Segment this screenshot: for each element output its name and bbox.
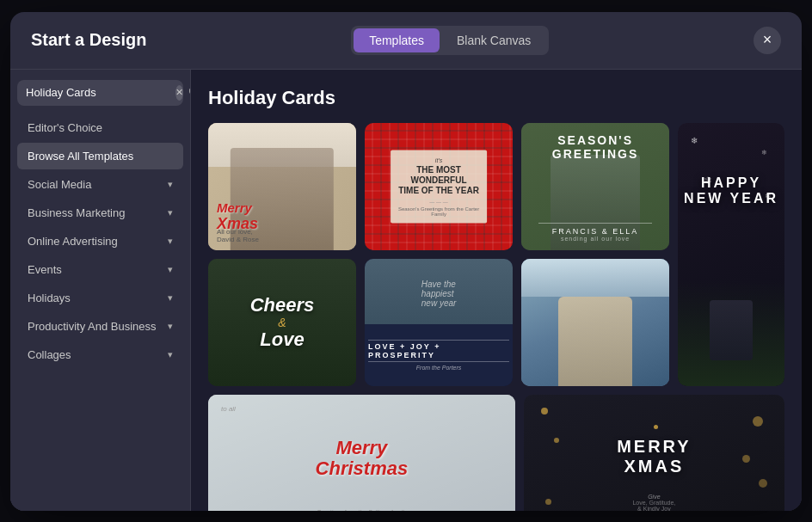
sidebar-item-productivity[interactable]: Productivity And Business ▾ [17, 313, 183, 340]
sidebar-item-label: Business Marketing [28, 206, 125, 219]
sidebar-item-holidays[interactable]: Holidays ▾ [17, 285, 183, 311]
sidebar: ✕ 🔍 Editor's Choice Browse All Templates… [10, 70, 191, 511]
sidebar-item-label: Productivity And Business [28, 320, 157, 333]
sidebar-item-label: Online Advertising [28, 235, 118, 248]
template-card[interactable]: Merry Christmas Greetings from the Sulli… [208, 395, 515, 511]
template-card[interactable]: it's THE MOST WONDERFULTIME OF THE YEAR … [365, 123, 513, 250]
chevron-down-icon: ▾ [168, 349, 173, 360]
chevron-down-icon: ▾ [168, 292, 173, 304]
chevron-down-icon: ▾ [168, 207, 173, 218]
clear-search-button[interactable]: ✕ [175, 85, 183, 101]
search-box[interactable]: ✕ 🔍 [17, 80, 183, 106]
sidebar-item-events[interactable]: Events ▾ [17, 256, 183, 283]
modal-title: Start a Design [31, 30, 146, 50]
template-card[interactable]: Have thehappiestnew year LOVE + JOY + PR… [365, 259, 513, 386]
modal-body: ✕ 🔍 Editor's Choice Browse All Templates… [10, 70, 802, 511]
modal-overlay: Start a Design Templates Blank Canvas × … [0, 0, 812, 522]
modal: Start a Design Templates Blank Canvas × … [10, 12, 802, 511]
chevron-down-icon: ▾ [168, 179, 173, 190]
sidebar-item-editors-choice[interactable]: Editor's Choice [17, 114, 183, 141]
sidebar-item-social-media[interactable]: Social Media ▾ [17, 171, 183, 198]
tab-blank-canvas[interactable]: Blank Canvas [441, 28, 546, 52]
template-card[interactable]: ❄ ❄ ❄ ❄ HAPPY NEW YEAR [678, 123, 784, 386]
template-card[interactable] [521, 259, 669, 386]
sidebar-item-online-advertising[interactable]: Online Advertising ▾ [17, 228, 183, 255]
close-button[interactable]: × [754, 27, 781, 54]
template-card[interactable]: SEASON'S GREETINGS FRANCIS & ELLA sendin… [521, 123, 669, 250]
template-card[interactable]: MERRY XMAS Give Love, Gratitude,& Kindly… [524, 395, 784, 511]
modal-header: Start a Design Templates Blank Canvas × [10, 12, 802, 70]
tab-group: Templates Blank Canvas [351, 26, 549, 55]
sidebar-item-business-marketing[interactable]: Business Marketing ▾ [17, 200, 183, 226]
chevron-down-icon: ▾ [168, 264, 173, 275]
template-card[interactable]: Merry Xmas All our love,David & Rose [208, 123, 356, 250]
chevron-down-icon: ▾ [168, 321, 173, 332]
main-content: Holiday Cards [191, 70, 802, 511]
chevron-down-icon: ▾ [168, 236, 173, 247]
search-input[interactable] [26, 86, 170, 99]
section-title: Holiday Cards [208, 87, 784, 109]
tab-templates[interactable]: Templates [354, 28, 440, 52]
template-card[interactable]: Cheers & Love [208, 259, 356, 386]
sidebar-item-label: Collages [28, 348, 71, 361]
sidebar-item-label: Events [28, 263, 62, 276]
sidebar-item-label: Holidays [28, 292, 71, 304]
sidebar-item-label: Social Media [28, 178, 91, 191]
sidebar-item-browse-all[interactable]: Browse All Templates [17, 143, 183, 169]
sidebar-item-collages[interactable]: Collages ▾ [17, 341, 183, 368]
